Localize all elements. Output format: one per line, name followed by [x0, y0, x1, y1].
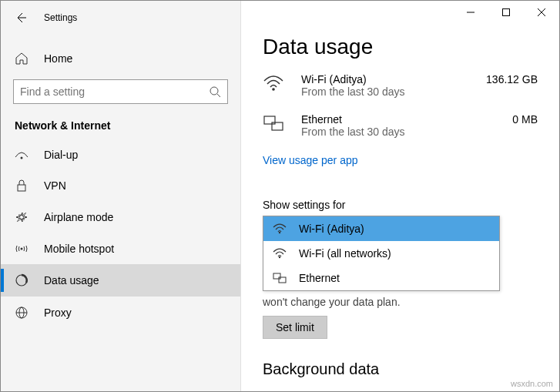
nav-item-label: Airplane mode — [44, 211, 113, 223]
svg-point-2 — [21, 157, 23, 159]
svg-rect-18 — [273, 273, 280, 279]
dial-up-icon — [15, 149, 30, 160]
svg-rect-3 — [18, 185, 25, 191]
wifi-icon — [273, 248, 290, 259]
category-heading: Network & Internet — [1, 104, 240, 139]
dropdown-item-wifi-aditya[interactable]: Wi-Fi (Aditya) — [263, 216, 499, 241]
ethernet-icon — [263, 113, 290, 132]
data-usage-icon — [15, 273, 30, 287]
svg-point-0 — [210, 87, 218, 95]
nav-item-vpn[interactable]: VPN — [1, 170, 240, 201]
usage-row-wifi: Wi-Fi (Aditya) From the last 30 days 136… — [263, 73, 538, 98]
usage-row-ethernet: Ethernet From the last 30 days 0 MB — [263, 113, 538, 138]
minimize-icon — [467, 8, 474, 16]
vpn-icon — [15, 179, 30, 192]
airplane-icon — [15, 210, 30, 224]
background-data-heading: Background data — [263, 360, 538, 378]
close-icon — [538, 8, 545, 16]
main-content: Data usage Wi-Fi (Aditya) From the last … — [241, 1, 559, 391]
nav-item-mobile-hotspot[interactable]: Mobile hotspot — [1, 233, 240, 264]
arrow-left-icon — [15, 12, 27, 24]
truncated-help-text: won't change your data plan. — [263, 296, 538, 308]
nav-item-label: Mobile hotspot — [44, 243, 114, 255]
svg-rect-10 — [503, 9, 510, 16]
svg-point-16 — [279, 232, 280, 233]
svg-point-13 — [272, 88, 275, 91]
nav-item-airplane-mode[interactable]: Airplane mode — [1, 201, 240, 233]
view-usage-link[interactable]: View usage per app — [263, 154, 358, 166]
back-button[interactable] — [12, 8, 30, 27]
show-settings-dropdown[interactable]: Wi-Fi (Aditya) Wi-Fi (all networks) Ethe… — [263, 216, 500, 291]
hotspot-icon — [15, 243, 30, 254]
svg-point-4 — [21, 248, 23, 250]
svg-rect-19 — [279, 277, 286, 283]
nav-item-dial-up[interactable]: Dial-up — [1, 139, 240, 170]
watermark: wsxdn.com — [511, 379, 553, 388]
dropdown-item-label: Wi-Fi (all networks) — [299, 247, 391, 260]
usage-sub: From the last 30 days — [301, 126, 505, 138]
nav-home-label: Home — [44, 52, 72, 65]
dropdown-item-label: Wi-Fi (Aditya) — [299, 223, 364, 235]
sidebar: Settings Home Network & Internet — [1, 1, 241, 391]
dropdown-item-ethernet[interactable]: Ethernet — [263, 266, 499, 290]
search-input[interactable] — [13, 79, 228, 104]
show-settings-label: Show settings for — [263, 199, 538, 211]
minimize-button[interactable] — [453, 1, 488, 24]
usage-name: Ethernet — [301, 113, 505, 126]
proxy-icon — [15, 306, 30, 320]
usage-value: 0 MB — [512, 113, 538, 126]
wifi-icon — [273, 223, 290, 234]
search-field[interactable] — [20, 85, 209, 98]
home-icon — [15, 52, 30, 65]
dropdown-item-label: Ethernet — [299, 272, 340, 284]
dropdown-item-wifi-all[interactable]: Wi-Fi (all networks) — [263, 241, 499, 266]
svg-line-1 — [217, 94, 220, 97]
usage-name: Wi-Fi (Aditya) — [301, 73, 478, 85]
usage-sub: From the last 30 days — [301, 85, 478, 98]
maximize-icon — [502, 8, 510, 16]
nav-item-proxy[interactable]: Proxy — [1, 297, 240, 329]
maximize-button[interactable] — [488, 1, 524, 24]
nav-item-label: Proxy — [44, 307, 72, 319]
nav-list: Dial-up VPN Airplane mode Mobile hotspot — [1, 139, 240, 329]
search-icon — [209, 85, 221, 98]
nav-item-label: Dial-up — [44, 149, 78, 161]
app-title: Settings — [44, 12, 77, 23]
nav-item-data-usage[interactable]: Data usage — [1, 264, 240, 297]
nav-home[interactable]: Home — [1, 44, 240, 73]
nav-item-label: VPN — [44, 179, 66, 192]
set-limit-button[interactable]: Set limit — [263, 316, 327, 339]
wifi-icon — [263, 73, 290, 92]
ethernet-icon — [273, 273, 290, 283]
close-button[interactable] — [524, 1, 559, 24]
nav-item-label: Data usage — [44, 274, 99, 286]
page-title: Data usage — [263, 35, 538, 59]
svg-point-17 — [279, 256, 280, 258]
titlebar — [241, 1, 559, 25]
usage-value: 136.12 GB — [486, 73, 538, 85]
